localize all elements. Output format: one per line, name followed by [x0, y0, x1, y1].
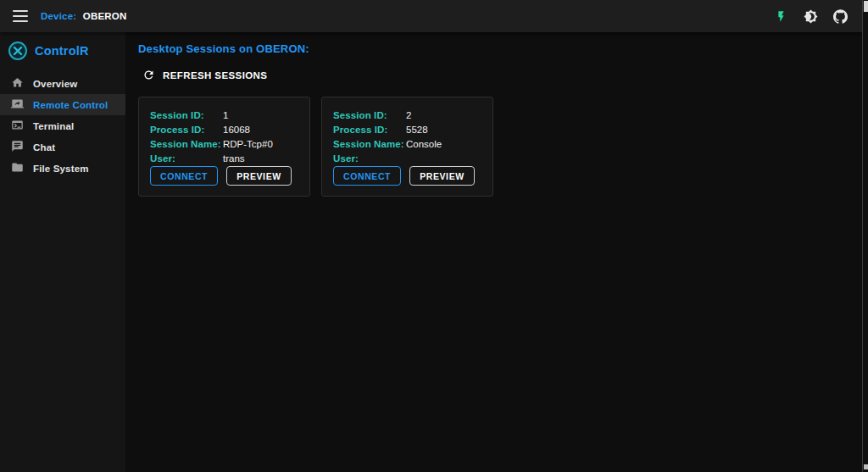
process-id-label: Process ID: [150, 123, 223, 137]
sidebar-item-label: File System [33, 164, 89, 174]
session-name-label: Session Name: [150, 137, 223, 152]
bolt-icon[interactable] [771, 7, 790, 25]
user-value: trans [223, 152, 245, 166]
screen-share-icon [11, 97, 24, 112]
sidebar-nav: Overview Remote Control Terminal Chat [0, 73, 125, 179]
app-logo-icon [8, 42, 27, 60]
device-label: Device: [41, 11, 76, 21]
process-id-label: Process ID: [333, 123, 406, 137]
sidebar-item-label: Chat [33, 142, 55, 153]
scrollbar-bottom-arrow[interactable] [864, 464, 868, 469]
connect-button[interactable]: CONNECT [150, 166, 218, 186]
sidebar-item-label: Overview [33, 79, 77, 89]
vertical-scrollbar[interactable] [862, 0, 868, 472]
app-brand: ControlR [0, 32, 125, 71]
preview-button[interactable]: PREVIEW [409, 166, 475, 186]
sidebar-item-overview[interactable]: Overview [0, 73, 125, 94]
card-actions: CONNECT PREVIEW [150, 166, 298, 186]
session-id-label: Session ID: [333, 108, 406, 123]
user-label: User: [150, 152, 223, 166]
github-icon[interactable] [831, 7, 849, 25]
sidebar-item-chat[interactable]: Chat [0, 136, 125, 158]
process-id-value: 16068 [223, 123, 250, 137]
topbar: Device: OBERON [0, 0, 868, 32]
sidebar-item-file-system[interactable]: File System [0, 158, 125, 179]
folder-icon [11, 161, 24, 175]
refresh-icon [142, 69, 155, 81]
app-name: ControlR [35, 44, 89, 58]
session-card: Session ID: 1 Process ID: 16068 Session … [138, 97, 310, 197]
process-id-value: 5528 [406, 123, 428, 137]
session-name-value: RDP-Tcp#0 [223, 137, 273, 152]
scrollbar-thumb[interactable] [864, 1, 868, 12]
session-id-row: Session ID: 1 [150, 108, 298, 123]
chat-icon [11, 140, 24, 154]
refresh-sessions-button[interactable]: REFRESH SESSIONS [136, 65, 274, 85]
page-title: Desktop Sessions on OBERON: [138, 42, 849, 55]
topbar-actions [771, 7, 868, 25]
process-id-row: Process ID: 5528 [333, 123, 481, 137]
terminal-icon [11, 119, 24, 133]
sidebar-item-remote-control[interactable]: Remote Control [0, 94, 125, 115]
session-id-value: 2 [406, 108, 411, 123]
sidebar: ControlR Overview Remote Control Termina… [0, 32, 125, 472]
session-card: Session ID: 2 Process ID: 5528 Session N… [321, 97, 493, 197]
user-row: User: trans [150, 152, 298, 166]
session-id-row: Session ID: 2 [333, 108, 481, 123]
connect-button[interactable]: CONNECT [333, 166, 401, 186]
device-indicator: Device: OBERON [41, 11, 126, 21]
user-row: User: [333, 152, 481, 166]
menu-hamburger-icon[interactable] [13, 10, 28, 22]
sidebar-item-label: Remote Control [33, 100, 108, 110]
preview-button[interactable]: PREVIEW [226, 166, 292, 186]
user-label: User: [333, 152, 406, 166]
main-content: Desktop Sessions on OBERON: REFRESH SESS… [125, 32, 861, 472]
home-icon [11, 76, 24, 91]
device-name: OBERON [83, 11, 127, 21]
session-name-label: Session Name: [333, 137, 406, 152]
sidebar-item-label: Terminal [33, 121, 74, 131]
process-id-row: Process ID: 16068 [150, 123, 298, 137]
session-name-row: Session Name: RDP-Tcp#0 [150, 137, 298, 152]
sidebar-item-terminal[interactable]: Terminal [0, 115, 125, 136]
session-name-value: Console [406, 137, 442, 152]
session-id-label: Session ID: [150, 108, 223, 123]
theme-toggle-icon[interactable] [801, 7, 820, 25]
card-actions: CONNECT PREVIEW [333, 166, 481, 186]
session-id-value: 1 [223, 108, 228, 123]
refresh-label: REFRESH SESSIONS [163, 70, 267, 81]
app-window: Device: OBERON [0, 0, 868, 472]
session-name-row: Session Name: Console [333, 137, 481, 152]
session-cards: Session ID: 1 Process ID: 16068 Session … [138, 97, 849, 197]
